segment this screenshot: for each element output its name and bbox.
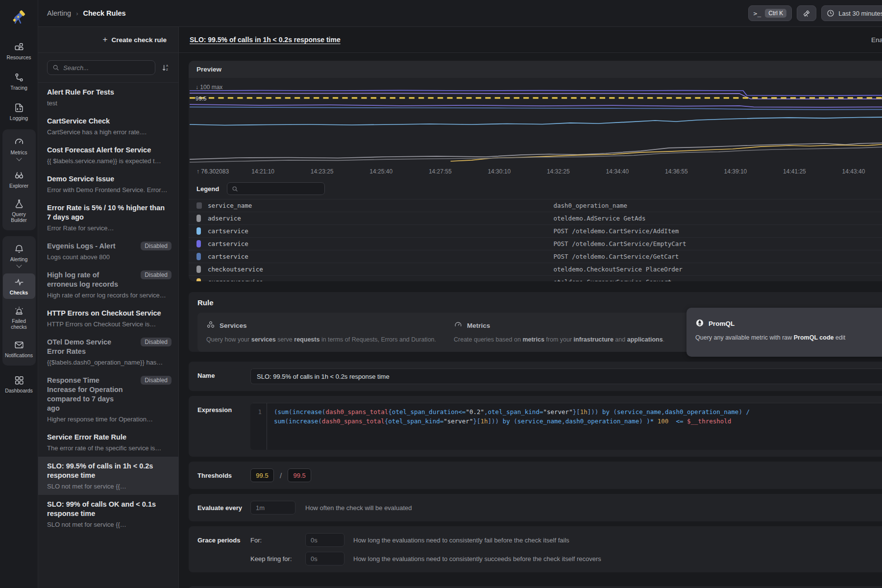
resources-icon [14, 42, 24, 52]
grace-for-label: For: [250, 537, 305, 544]
create-check-rule-button[interactable]: + Create check rule [103, 35, 167, 45]
check-rule-list-item[interactable]: Cost Forecast Alert for Service {{ $labe… [38, 141, 178, 170]
x-axis-tick: 14:39:10 [724, 168, 747, 175]
sidebar-item-notifications[interactable]: Notifications [3, 336, 35, 362]
failing-threshold-input[interactable] [288, 468, 311, 482]
search-icon [232, 186, 238, 192]
x-axis-tick: 14:30:10 [488, 168, 511, 175]
rule-section: Rule Services Query how your services se… [189, 292, 882, 352]
thresholds-row: Thresholds / [189, 462, 882, 489]
legend-row[interactable]: cartservice POST /oteldemo.CartService/A… [189, 224, 882, 237]
rules-search-input[interactable] [63, 64, 150, 72]
check-rule-list-item[interactable]: Alert Rule For Tests test [38, 83, 178, 112]
series-color-swatch [196, 240, 201, 247]
logging-icon [14, 102, 24, 113]
threshold-separator: / [280, 471, 282, 480]
legend-header-row: service_name dash0_operation_name [189, 199, 882, 212]
legend-row[interactable]: currencyservice oteldemo.CurrencyService… [189, 275, 882, 281]
grace-keep-firing-input[interactable] [305, 552, 344, 565]
disabled-badge: Disabled [141, 376, 172, 385]
rule-name-input[interactable] [250, 368, 882, 384]
grace-periods-row: Grace periods For: How long the evaluati… [189, 526, 882, 572]
name-row: Name [189, 362, 882, 391]
series-color-swatch [196, 227, 201, 235]
grace-for-help: How long the evaluations need to consist… [353, 537, 569, 544]
preview-chart[interactable]: ↓ 100 max 99.5 ↑ 76.302083 14:21:1014:23… [189, 78, 882, 178]
sidebar-item-tracing[interactable]: Tracing [3, 69, 35, 94]
sidebar-item-label: Resources [6, 54, 31, 60]
check-rule-list-item[interactable]: Error Rate is 5% / 10 % higher than 7 da… [38, 198, 178, 237]
sidebar-item-label: Query Builder [4, 211, 34, 223]
enabled-label: Ena [871, 36, 882, 44]
check-rule-description: Logs count above 800 [47, 253, 170, 261]
check-rules-panel: + Create check rule AZ Alert Rule For Te… [38, 27, 179, 588]
sidebar-item-query-builder[interactable]: Query Builder [3, 195, 35, 226]
topbar-actions: >_ Ctrl K Last 30 minutes [748, 5, 882, 21]
check-rule-title: SLO: 99% of calls OK and < 0.1s response… [47, 500, 170, 518]
legend-search-box [227, 182, 325, 195]
promql-editor[interactable]: 1 (sum(increase(dash0_spans_total{otel_s… [250, 403, 882, 450]
sidebar-item-metrics[interactable]: Metrics [3, 133, 35, 164]
sidebar-item-label: Failed checks [4, 318, 34, 330]
nav-group-metrics: Metrics Explorer Query Builder [2, 129, 36, 230]
svg-text:Z: Z [166, 68, 168, 71]
check-rule-title: Service Error Rate Rule [47, 433, 170, 442]
sidebar-item-explorer[interactable]: Explorer [3, 167, 35, 192]
legend-service-name: adservice [208, 215, 554, 222]
sidebar-item-failed-checks[interactable]: Failed checks [3, 302, 35, 333]
tracing-icon [14, 72, 24, 83]
legend-row[interactable]: cartservice POST /oteldemo.CartService/G… [189, 250, 882, 263]
telescope-button[interactable] [797, 5, 816, 21]
check-rule-list-item[interactable]: CartService Check CartService has a high… [38, 112, 178, 141]
sidebar-item-label: Logging [10, 115, 28, 121]
x-axis-tick: 14:43:40 [842, 168, 865, 175]
issues-section: Issues [189, 586, 882, 588]
time-range-label: Last 30 minutes [838, 10, 882, 17]
expression-row: Expression 1 (sum(increase(dash0_spans_t… [189, 396, 882, 457]
evaluate-label: Evaluate every [197, 504, 250, 512]
x-axis-tick: 14:41:25 [783, 168, 806, 175]
legend-search-input[interactable] [242, 185, 320, 192]
check-rule-list-item[interactable]: Service Error Rate Rule The error rate o… [38, 428, 178, 457]
sidebar-item-logging[interactable]: Logging [3, 99, 35, 124]
breadcrumb-alerting[interactable]: Alerting [47, 9, 71, 17]
rules-panel-header: + Create check rule [38, 27, 178, 53]
time-range-button[interactable]: Last 30 minutes [821, 5, 882, 21]
check-rule-list-item[interactable]: High log rate of erroneus log records Hi… [38, 266, 178, 304]
x-axis-tick: 14:23:25 [311, 168, 334, 175]
app-logo[interactable] [9, 6, 29, 25]
rule-type-option[interactable]: Metrics Create queries based on metrics … [454, 313, 686, 352]
legend-select-all-checkbox[interactable] [196, 202, 202, 209]
check-rule-list-item[interactable]: SLO: 99% of calls OK and < 0.1s response… [38, 495, 178, 533]
sidebar-item-checks[interactable]: Checks [3, 273, 35, 299]
rule-type-option[interactable]: Services Query how your services serve r… [206, 313, 454, 352]
rule-type-label: Services [220, 322, 247, 329]
degraded-threshold-input[interactable] [250, 468, 274, 482]
sidebar-item-alerting[interactable]: Alerting [3, 240, 35, 270]
grace-keep-firing-help: How long the evaluations need to consist… [353, 555, 601, 563]
check-rule-list-item[interactable]: Response Time Increase for Operation com… [38, 371, 178, 428]
query-builder-icon [14, 198, 24, 209]
rule-type-option[interactable]: PromQL Query any available metric with r… [686, 308, 882, 357]
sidebar-item-dashboards[interactable]: Dashboards [3, 371, 35, 397]
check-rule-list-item[interactable]: HTTP Errors on Checkout Service HTTP Err… [38, 304, 178, 333]
legend-row[interactable]: cartservice POST /oteldemo.CartService/E… [189, 237, 882, 250]
rule-type-selector: Services Query how your services serve r… [197, 313, 882, 352]
sidebar-item-resources[interactable]: Resources [3, 38, 35, 64]
check-rule-list-item[interactable]: Demo Service Issue Error with Demo Front… [38, 170, 178, 198]
sort-icon[interactable]: AZ [161, 64, 170, 72]
legend-row[interactable]: checkoutservice oteldemo.CheckoutService… [189, 263, 882, 275]
evaluate-interval-input[interactable] [250, 501, 295, 514]
notifications-envelope-icon [14, 340, 24, 350]
grace-for-input[interactable] [305, 533, 344, 547]
command-palette-button[interactable]: >_ Ctrl K [748, 5, 792, 21]
rule-title-link[interactable]: SLO: 99.5% of calls in 1h < 0.2s respons… [190, 36, 341, 44]
check-rule-list-item[interactable]: SLO: 99.5% of calls in 1h < 0.2s respons… [38, 457, 178, 495]
check-rule-description: Error Rate for service… [47, 224, 170, 232]
check-rule-description: Higher response time for Operation… [47, 415, 170, 423]
legend-row[interactable]: adservice oteldemo.AdService GetAds [189, 212, 882, 224]
check-rule-list-item[interactable]: Evgenis Logs - Alert Logs count above 80… [38, 237, 178, 266]
check-rule-description: {{$labels.dash0_operation_name}} has… [47, 358, 170, 367]
check-rules-list: Alert Rule For Tests test CartService Ch… [38, 83, 178, 588]
check-rule-list-item[interactable]: OTel Demo Service Error Rates {{$labels.… [38, 333, 178, 371]
